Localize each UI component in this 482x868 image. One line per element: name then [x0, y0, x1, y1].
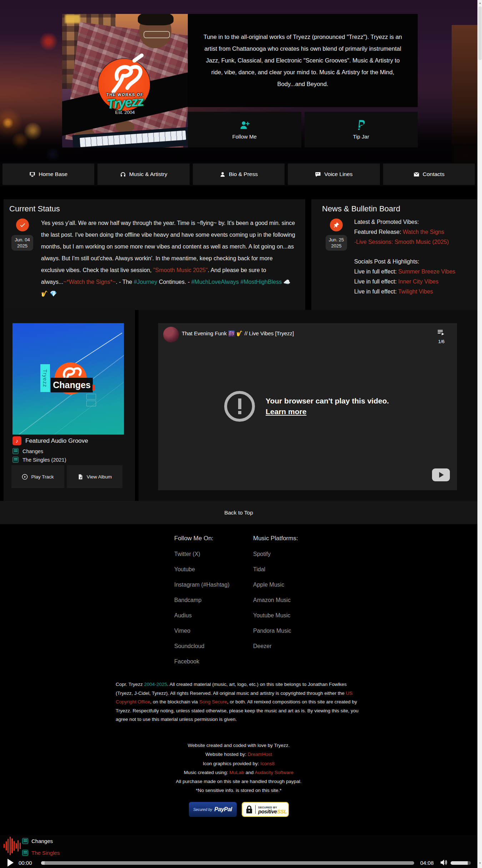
artist-glasses — [144, 31, 170, 38]
inner-city-vibes-link[interactable]: Inner City Vibes — [398, 279, 438, 285]
follow-me-on-list: Follow Me On: Twitter (X) Youtube Instag… — [174, 535, 253, 669]
video-title-link[interactable]: That Evening Funk 🌆 🎷 // Live Vibes [Try… — [182, 330, 294, 337]
watch-the-signs-link[interactable]: ~*Watch the Signs*~ — [63, 279, 116, 285]
summer-breeze-vibes-link[interactable]: Summer Breeze Vibes — [398, 269, 455, 275]
platform-link-pandora[interactable]: Pandora Music — [253, 623, 332, 638]
follow-me-label: Follow Me — [232, 134, 257, 140]
platform-link-deezer[interactable]: Deezer — [253, 638, 332, 654]
playlist-icon — [12, 457, 19, 463]
tip-jar-button[interactable]: Tip Jar — [305, 112, 418, 147]
muchlovealways-hashtag-link[interactable]: #MuchLoveAlways — [191, 279, 239, 285]
featured-audio-card: Tryezz Changes ♪ Featured Audio Groove C… — [4, 310, 135, 501]
mulab-link[interactable]: MuLab — [230, 770, 244, 775]
nav-tab-home-base[interactable]: Home Base — [2, 164, 94, 185]
credits-icons-line: Icon graphics provided by: Icons8 — [0, 759, 477, 768]
social-link-audius[interactable]: Audius — [174, 608, 253, 623]
song-secure-link[interactable]: Song Secure — [199, 699, 227, 704]
nav-tab-music-artistry[interactable]: Music & Artistry — [97, 164, 189, 185]
positive-ssl-badge[interactable]: SECURED BY positiveSSL — [242, 802, 289, 817]
person-icon — [220, 171, 226, 177]
player-album-row[interactable]: The Singles — [22, 847, 60, 858]
social-link-facebook[interactable]: Facebook — [174, 654, 253, 669]
nav-label: Voice Lines — [324, 171, 352, 177]
social-link-youtube[interactable]: Youtube — [174, 562, 253, 577]
featured-album-row[interactable]: The Singles (2021) — [12, 457, 66, 463]
tryezz-logo-text: The Works of Tryezz Est. 2004 — [62, 92, 188, 115]
page-scrollbar[interactable]: ▲ ▼ — [477, 0, 482, 868]
youtube-logo-button[interactable] — [432, 468, 450, 481]
smooth-music-2025-link[interactable]: "Smooth Music 2025" — [153, 267, 208, 273]
social-link-bandcamp[interactable]: Bandcamp — [174, 592, 253, 608]
credits-made-by: Website created and coded with love by T… — [0, 741, 477, 750]
channel-avatar[interactable] — [163, 327, 179, 342]
artist-intro-text: Tune in to the all-original works of Try… — [188, 14, 418, 107]
video-error-message: Your browser can't play this video. — [266, 396, 389, 406]
envelope-icon — [413, 171, 420, 177]
nav-label: Music & Artistry — [129, 171, 167, 177]
current-time: 00:00 — [19, 860, 32, 866]
platform-link-amazon-music[interactable]: Amazon Music — [253, 592, 332, 608]
status-date: Jun. 04 2025 — [11, 235, 33, 251]
platform-link-spotify[interactable]: Spotify — [253, 546, 332, 562]
play-button[interactable] — [7, 859, 14, 867]
seek-bar[interactable] — [41, 861, 414, 865]
volume-slider[interactable] — [451, 861, 471, 865]
copyright-years-link[interactable]: 2004-2025 — [144, 682, 167, 687]
site-footer: Follow Me On: Twitter (X) Youtube Instag… — [0, 524, 477, 837]
error-exclamation-icon — [224, 391, 255, 422]
nav-tab-voice-lines[interactable]: Voice Lines — [288, 164, 380, 185]
nav-tab-contacts[interactable]: Contacts — [383, 164, 475, 185]
scrollbar-thumb[interactable] — [478, 6, 482, 60]
social-link-vimeo[interactable]: Vimeo — [174, 623, 253, 638]
news-bulletin-panel: News & Bulletin Board Jun. 25 2025 Lates… — [311, 199, 478, 310]
news-featured-release-line: Featured Release: Watch the Signs — [354, 227, 468, 237]
album-art-artist-tag: Tryezz — [40, 364, 50, 392]
current-status-title: Current Status — [9, 204, 305, 214]
live-sessions-smooth-music-link[interactable]: -Live Sessions: Smooth Music (2025) — [354, 239, 449, 245]
music-platforms-heading: Music Platforms: — [253, 535, 332, 542]
platform-link-tidal[interactable]: Tidal — [253, 562, 332, 577]
featured-track-row[interactable]: Changes — [12, 448, 43, 454]
follow-me-button[interactable]: Follow Me — [188, 112, 301, 147]
social-link-twitter[interactable]: Twitter (X) — [174, 546, 253, 562]
lit-window — [65, 15, 80, 23]
hero-section: The Works of Tryezz Est. 2004 Tune in to… — [62, 14, 418, 147]
scrollbar-up-arrow-icon[interactable]: ▲ — [478, 1, 482, 5]
social-link-instagram[interactable]: Instagram (#Hashtag) — [174, 577, 253, 592]
platform-link-youtube-music[interactable]: Youtube Music — [253, 608, 332, 623]
playlist-queue-icon[interactable] — [437, 328, 445, 338]
featured-track-name: Changes — [22, 448, 43, 454]
platform-link-apple-music[interactable]: Apple Music — [253, 577, 332, 592]
status-text: Yes yess y'all. We are now half way thro… — [41, 220, 295, 273]
checkmark-badge-icon — [16, 219, 29, 231]
speech-bubble-icon — [315, 171, 321, 177]
audacity-link[interactable]: Audacity Software — [255, 770, 293, 775]
news-socials-heading: Socials Post & Highlights: — [354, 257, 468, 267]
player-track-name: Changes — [31, 838, 53, 844]
news-date: Jun. 25 2025 — [326, 235, 347, 251]
social-link-soundcloud[interactable]: Soundcloud — [174, 638, 253, 654]
learn-more-link[interactable]: Learn more — [266, 406, 389, 417]
nav-tab-bio-press[interactable]: Bio & Press — [193, 164, 285, 185]
view-album-button[interactable]: View Album — [67, 465, 122, 488]
twilight-vibes-link[interactable]: Twilight Vibes — [398, 289, 433, 295]
mosthighbless-hashtag-link[interactable]: #MostHighBless — [241, 279, 282, 285]
news-post-text: Latest & Promoted Vibes: Featured Releas… — [354, 217, 478, 297]
volume-icon[interactable] — [440, 858, 448, 868]
nav-label: Contacts — [423, 171, 445, 177]
add-user-icon — [239, 120, 250, 130]
journey-hashtag-link[interactable]: #Journey — [134, 279, 157, 285]
player-album-link[interactable]: The Singles — [31, 850, 60, 856]
back-to-top-link[interactable]: Back to Top — [0, 501, 477, 524]
player-track-row[interactable]: Changes — [22, 836, 60, 846]
paypal-icon — [356, 120, 366, 130]
play-track-button[interactable]: Play Track — [11, 465, 64, 488]
watch-the-signs-release-link[interactable]: Watch the Signs — [403, 229, 444, 235]
credits-privacy-note: *No sensitive info. is stored on this si… — [0, 786, 477, 795]
dreamhost-link[interactable]: DreamHost — [248, 752, 272, 757]
icons8-link[interactable]: Icons8 — [260, 761, 275, 766]
scrollbar-down-arrow-icon[interactable]: ▼ — [478, 861, 482, 866]
paypal-secured-badge[interactable]: Secured by PayPal — [189, 802, 237, 817]
news-live-line: Live in full effect: Twilight Vibes — [354, 287, 468, 297]
lock-icon — [246, 805, 253, 814]
